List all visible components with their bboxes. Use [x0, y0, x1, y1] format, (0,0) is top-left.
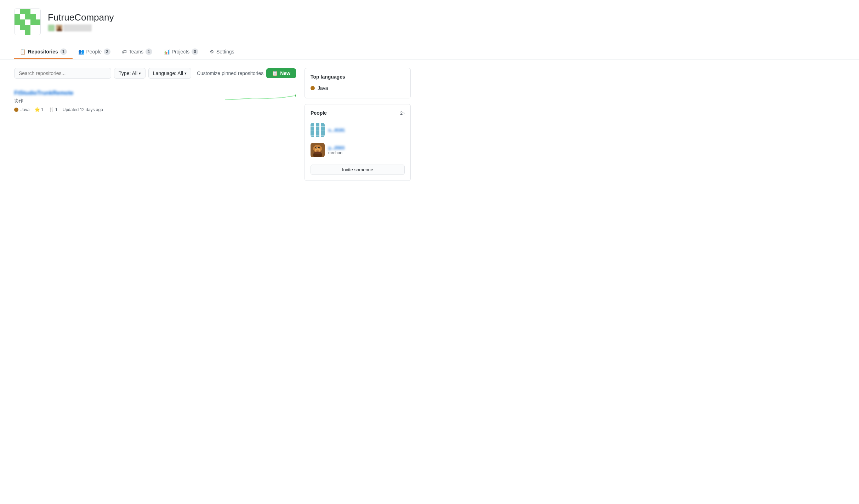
svg-rect-20 — [36, 25, 41, 30]
repo-stars: ⭐ 1 — [34, 107, 44, 112]
top-languages-title: Top languages — [311, 74, 345, 80]
org-avatar — [14, 8, 41, 35]
svg-rect-7 — [20, 14, 25, 19]
tab-projects[interactable]: 📊 Projects 0 — [158, 45, 204, 59]
member2-realname: mrchao — [328, 150, 345, 155]
new-repository-button[interactable]: 📋 New — [266, 68, 296, 78]
tab-settings[interactable]: ⚙ Settings — [204, 45, 240, 59]
svg-rect-14 — [30, 19, 36, 25]
repo-language: Java — [14, 107, 29, 112]
svg-rect-2 — [20, 9, 25, 14]
svg-rect-13 — [25, 19, 30, 25]
table-row: FtStudioTrunkRemote 协作 — [14, 84, 296, 118]
svg-rect-25 — [36, 30, 41, 35]
new-repo-icon: 📋 — [272, 70, 278, 76]
invite-someone-button[interactable]: Invite someone — [311, 165, 405, 175]
svg-rect-16 — [15, 25, 20, 30]
repo-updated: Updated 12 days ago — [63, 107, 103, 112]
svg-rect-15 — [36, 19, 41, 25]
chevron-down-icon: ▾ — [139, 71, 141, 76]
org-name: FutrueCompany — [48, 12, 114, 23]
svg-rect-1 — [15, 9, 20, 14]
svg-rect-12 — [20, 19, 25, 25]
svg-rect-37 — [311, 131, 325, 131]
people-icon: 👥 — [78, 49, 84, 55]
svg-rect-18 — [25, 25, 30, 30]
search-filter-row: Type: All ▾ Language: All ▾ Customize pi… — [14, 68, 296, 79]
list-item: x...9191 — [311, 120, 405, 140]
svg-point-27 — [58, 26, 61, 29]
star-icon: ⭐ — [34, 107, 40, 112]
svg-rect-24 — [30, 30, 36, 35]
svg-rect-22 — [20, 30, 25, 35]
svg-point-46 — [316, 147, 317, 148]
svg-rect-4 — [30, 9, 36, 14]
repository-list: FtStudioTrunkRemote 协作 — [14, 84, 296, 118]
svg-point-48 — [316, 150, 319, 151]
svg-rect-17 — [20, 25, 25, 30]
language-dropdown[interactable]: Language: All ▾ — [148, 68, 191, 79]
people-count-link[interactable]: 2 › — [400, 110, 405, 116]
teams-icon: 🏷 — [122, 49, 127, 55]
tab-repositories[interactable]: 📋 Repositories 1 — [14, 45, 73, 59]
customize-pinned-link[interactable]: Customize pinned repositories — [197, 70, 263, 76]
svg-rect-10 — [36, 14, 41, 19]
fork-icon: 🍴 — [49, 107, 54, 112]
projects-icon: 📊 — [164, 49, 170, 55]
repo-name-link[interactable]: FtStudioTrunkRemote — [14, 90, 73, 96]
svg-rect-36 — [311, 126, 325, 127]
search-input[interactable] — [14, 68, 111, 79]
repo-meta: Java ⭐ 1 🍴 1 Updated 12 days ago — [14, 107, 296, 112]
svg-rect-11 — [15, 19, 20, 25]
svg-rect-38 — [311, 135, 325, 136]
settings-icon: ⚙ — [210, 49, 214, 55]
language-item: Java — [311, 84, 405, 92]
java-lang-dot — [14, 108, 18, 112]
org-members-row — [48, 24, 114, 31]
svg-point-47 — [319, 147, 319, 148]
repo-description: 协作 — [14, 98, 73, 104]
svg-rect-3 — [25, 9, 30, 14]
member2-info: y...2503 mrchao — [328, 145, 345, 155]
nav-tabs: 📋 Repositories 1 👥 People 2 🏷 Teams 1 📊 … — [14, 45, 845, 59]
member2-avatar — [311, 143, 325, 157]
svg-rect-21 — [15, 30, 20, 35]
chevron-down-icon: ▾ — [184, 71, 187, 76]
people-card: People 2 › — [305, 104, 411, 181]
svg-rect-6 — [15, 14, 20, 19]
people-card-title: People — [311, 110, 327, 116]
repo-icon: 📋 — [20, 49, 26, 55]
java-dot — [311, 86, 315, 90]
repo-forks: 🍴 1 — [49, 107, 58, 112]
tab-teams[interactable]: 🏷 Teams 1 — [116, 45, 158, 59]
list-item: y...2503 mrchao — [311, 140, 405, 160]
member1-username-link[interactable]: x...9191 — [328, 127, 345, 133]
svg-point-29 — [295, 94, 296, 97]
type-dropdown[interactable]: Type: All ▾ — [114, 68, 146, 79]
member2-username-link[interactable]: y...2503 — [328, 145, 345, 150]
member1-avatar — [311, 123, 325, 137]
svg-point-50 — [314, 151, 321, 154]
svg-rect-5 — [36, 9, 41, 14]
member1-info: x...9191 — [328, 127, 345, 133]
tab-people[interactable]: 👥 People 2 — [73, 45, 116, 59]
top-languages-card: Top languages Java — [305, 68, 411, 98]
svg-rect-8 — [25, 14, 30, 19]
svg-rect-23 — [25, 30, 30, 35]
chevron-right-icon: › — [403, 111, 405, 115]
svg-rect-9 — [30, 14, 36, 19]
svg-rect-19 — [30, 25, 36, 30]
